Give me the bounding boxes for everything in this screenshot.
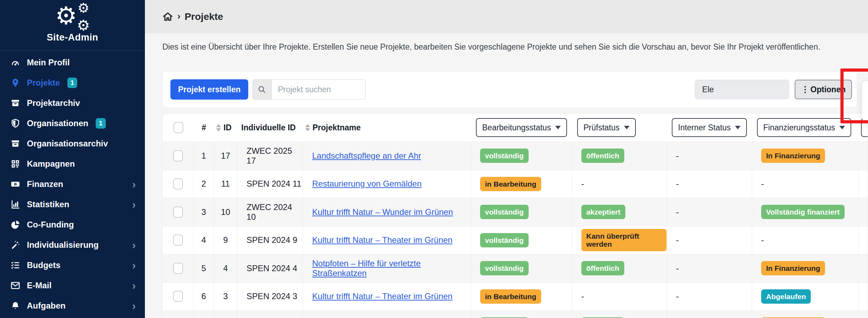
row-number: 2 (194, 170, 214, 198)
chevron-right-icon: › (132, 300, 136, 311)
col-finanzierungsstatus: Finanzierungsstatus (752, 118, 859, 137)
toolbar-right: Ele ⋮ Optionen (695, 80, 852, 99)
table-header: # ID Individuelle ID Projektname Bearbei… (163, 114, 868, 142)
cell-interner-status: - (667, 142, 752, 170)
status-badge: Abgelaufen (761, 289, 811, 304)
sidebar-item-individualisierung[interactable]: Individualisierung› (0, 235, 145, 255)
chevron-right-icon: › (132, 280, 136, 291)
select-all-checkbox[interactable] (174, 122, 183, 133)
sidebar-item-finanzen[interactable]: Finanzen› (0, 174, 145, 194)
sort-icon[interactable] (305, 124, 310, 131)
sidebar-item-kampagnen[interactable]: Kampagnen (0, 154, 145, 174)
sidebar-item-organisationsarchiv[interactable]: Organisationsarchiv (0, 133, 145, 154)
shield-icon (10, 118, 20, 128)
row-checkbox-cell (163, 226, 194, 254)
pie-chart-icon (10, 220, 20, 230)
row-number: 5 (194, 254, 214, 282)
breadcrumb-separator: › (177, 11, 181, 22)
chevron-right-icon: › (132, 239, 136, 251)
row-id: 3 (214, 283, 237, 311)
table-row: 211SPEN 2024 11Restaurierung von Gemälde… (163, 170, 868, 198)
options-menu: Export ⚙ Tabelle anpassen (862, 81, 868, 121)
search-input[interactable] (271, 79, 366, 100)
cell-interner-status: - (667, 198, 752, 226)
sidebar-item-projektarchiv[interactable]: Projektarchiv (0, 93, 145, 113)
row-number: 1 (194, 142, 214, 170)
row-checkbox-cell (163, 254, 194, 282)
cell-bearbeitungsstatus: vollständig (471, 311, 572, 318)
row-id: 4 (214, 254, 237, 282)
col-number[interactable]: # (194, 123, 214, 132)
sidebar-item-budgets[interactable]: Budgets› (0, 255, 145, 275)
home-icon[interactable] (162, 11, 173, 22)
cell-interner-status (667, 311, 752, 318)
archive-icon (10, 139, 20, 149)
cell-finanzierungsstatus: In Finanzierung (752, 254, 859, 282)
sidebar-item-projekte[interactable]: Projekte1 (0, 73, 145, 93)
bell-icon (10, 301, 20, 311)
col-bearbeitungsstatus: Bearbeitungsstatus (471, 118, 572, 137)
project-link[interactable]: Kultur trifft Natur – Wunder im Grünen (312, 207, 453, 217)
col-custom-id[interactable]: Individuelle ID (237, 123, 303, 132)
filter-finanzierungsstatus[interactable]: Finanzierungsstatus (757, 118, 851, 137)
project-link[interactable]: Kultur trifft Natur – Theater im Grünen (312, 291, 453, 301)
row-project-name: Kultur trifft Natur – Wunder im Grünen (303, 198, 471, 226)
col-id[interactable]: ID (214, 123, 237, 132)
caret-down-icon (735, 126, 741, 129)
row-checkbox[interactable] (173, 178, 183, 189)
row-checkbox[interactable] (173, 263, 183, 274)
sort-icon[interactable] (216, 124, 221, 131)
menu-item-tabelle-anpassen[interactable]: ⚙ Tabelle anpassen (862, 101, 868, 116)
cell-extra (859, 170, 868, 198)
row-custom-id: SPEN 2024 4 (237, 254, 303, 282)
filter-interner-status[interactable]: Interner Status (672, 118, 747, 137)
status-badge: In Finanzierung (761, 261, 825, 275)
filter-bearbeitungsstatus[interactable]: Bearbeitungsstatus (476, 118, 567, 137)
row-id: 17 (214, 142, 237, 170)
main-area: › Projekte Dies ist eine Übersicht über … (145, 0, 868, 318)
create-project-button[interactable]: Projekt erstellen (170, 79, 248, 100)
filter-pruefstatus[interactable]: Prüfstatus (577, 118, 636, 137)
col-project-name[interactable]: Projektname (303, 123, 471, 132)
cell-pruefstatus: öffentlich (572, 142, 667, 170)
sidebar-item-aufgaben[interactable]: Aufgaben› (0, 296, 145, 316)
sidebar-item-co-funding[interactable]: Co-Funding (0, 215, 145, 235)
qr-grid-icon (10, 159, 20, 169)
project-link[interactable]: Restaurierung von Gemälden (312, 179, 422, 189)
breadcrumb: › Projekte (145, 0, 868, 33)
items-per-page-button[interactable]: Ele (695, 80, 789, 99)
table-row: 63SPEN 2024 3Kultur trifft Natur – Theat… (163, 282, 868, 311)
cell-bearbeitungsstatus: vollständig (471, 254, 572, 282)
row-checkbox[interactable] (173, 234, 183, 246)
project-link[interactable]: Kultur trifft Natur – Theater im Grünen (312, 235, 453, 245)
sidebar-item-organisationen[interactable]: Organisationen1 (0, 113, 145, 133)
table-row: 117ZWEC 2025 17Landschaftspflege an der … (163, 142, 868, 170)
sidebar-item-mein-profil[interactable]: Mein Profil (0, 52, 145, 73)
options-button[interactable]: ⋮ Optionen (795, 80, 852, 99)
status-badge: in Bearbeitung (480, 177, 541, 191)
sidebar-item-e-mail[interactable]: E-Mail› (0, 275, 145, 296)
row-checkbox-cell (163, 170, 194, 198)
menu-item-export[interactable]: Export (862, 85, 868, 101)
row-checkbox-cell (163, 311, 194, 318)
page-title: Projekte (185, 11, 223, 22)
cell-finanzierungsstatus: Vollständig finanziert (752, 198, 859, 226)
toolbar: Projekt erstellen Ele ⋮ Optionen (162, 71, 857, 108)
project-link[interactable]: Notpfoten – Hilfe für verletzte Straßenk… (312, 259, 471, 278)
row-checkbox[interactable] (173, 150, 183, 161)
row-custom-id: SPEN 2024 3 (237, 283, 303, 311)
row-checkbox[interactable] (173, 291, 183, 302)
row-number: 4 (194, 226, 214, 254)
cell-bearbeitungsstatus: in Bearbeitung (471, 170, 572, 198)
project-link[interactable]: Landschaftspflege an der Ahr (312, 151, 421, 161)
wand-icon (10, 240, 20, 250)
kebab-icon: ⋮ (801, 85, 809, 94)
status-badge: vollständig (480, 149, 529, 163)
filter-button-partial[interactable] (861, 118, 868, 137)
cell-interner-status: - (667, 254, 752, 282)
caret-down-icon (624, 126, 630, 129)
sidebar-item-statistiken[interactable]: Statistiken› (0, 194, 145, 215)
status-badge: in Bearbeitung (480, 289, 541, 304)
cell-pruefstatus: öffentlich (572, 254, 667, 282)
row-checkbox[interactable] (173, 207, 183, 218)
